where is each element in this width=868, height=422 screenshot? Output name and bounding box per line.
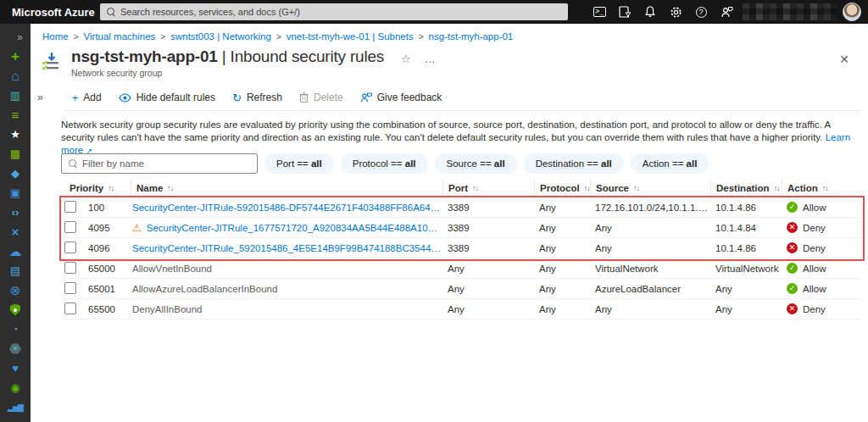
page-header: nsg-tst-myh-app-01 | Inbound security ru… [41, 47, 436, 78]
breadcrumb-nsg[interactable]: nsg-tst-myh-app-01 [429, 31, 514, 42]
api-code-icon[interactable]: ‹› [0, 203, 31, 222]
rule-priority: 4095 [83, 223, 131, 233]
rule-destination: Any [710, 284, 782, 294]
filter-pill-source[interactable]: Source == all [435, 153, 517, 174]
filter-pill-destination[interactable]: Destination == all [524, 153, 624, 174]
more-options-icon[interactable]: … [425, 53, 436, 65]
refresh-button[interactable]: ↻ Refresh [225, 88, 289, 107]
create-resource-icon[interactable]: + [0, 47, 31, 66]
col-action[interactable]: Action↑↓ [782, 179, 860, 197]
metrics-chart-icon[interactable]: ▂▅▇ [0, 397, 31, 417]
rule-destination: 10.1.4.84 [710, 223, 782, 233]
azure-brand[interactable]: Microsoft Azure [12, 6, 95, 19]
row-checkbox[interactable] [64, 303, 76, 314]
kubernetes-hexagon-icon[interactable] [0, 339, 31, 358]
sort-icon: ↑↓ [584, 184, 590, 192]
rule-priority: 65000 [83, 264, 131, 274]
close-blade-icon[interactable]: ✕ [839, 53, 849, 66]
rule-port: 3389 [442, 243, 534, 253]
rule-name-link[interactable]: SecurityCenter-JITRule_1677571720_A92083… [147, 223, 442, 233]
monitor-heart-icon[interactable]: ♥ [0, 358, 31, 378]
row-checkbox[interactable] [64, 282, 76, 294]
allow-check-icon: ✓ [787, 263, 798, 274]
row-checkbox[interactable] [64, 221, 76, 233]
settings-gear-icon[interactable] [663, 0, 688, 24]
row-checkbox[interactable] [64, 242, 76, 253]
app-services-icon[interactable]: ◆ [0, 164, 31, 183]
name-filter-box[interactable] [61, 153, 258, 174]
home-icon[interactable]: ⌂ [0, 66, 31, 86]
breadcrumb-home[interactable]: Home [42, 31, 69, 42]
advisor-gauge-icon[interactable]: ◔ [0, 319, 31, 339]
sql-databases-icon[interactable]: ▤ [0, 261, 31, 280]
rule-port: 3389 [442, 223, 534, 233]
rule-protocol: Any [534, 304, 590, 314]
col-destination[interactable]: Destination↑↓ [710, 179, 782, 197]
filter-pill-protocol[interactable]: Protocol == all [341, 153, 428, 174]
name-filter-input[interactable] [82, 158, 250, 169]
feedback-icon[interactable] [714, 0, 739, 24]
favorite-star-icon[interactable]: ☆ [401, 53, 411, 65]
global-search[interactable] [100, 3, 568, 20]
col-protocol[interactable]: Protocol↑↓ [534, 179, 590, 197]
sort-icon: ↑↓ [633, 184, 639, 192]
breadcrumb-virtual-machines[interactable]: Virtual machines [84, 31, 156, 42]
tools-icon[interactable]: × [0, 222, 31, 242]
cloud-shell-icon[interactable]: >_ [587, 0, 612, 24]
filter-pill-action[interactable]: Action == all [631, 153, 709, 174]
filter-pill-port[interactable]: Port == all [264, 153, 334, 174]
rule-action: ✕Deny [782, 222, 860, 233]
function-apps-icon[interactable]: ▣ [0, 183, 31, 203]
virtual-machines-icon[interactable]: ⊗ [0, 280, 31, 300]
breadcrumb-vnet-subnets[interactable]: vnet-tst-myh-we-01 | Subnets [287, 31, 414, 42]
row-checkbox[interactable] [64, 262, 76, 274]
rule-name-link[interactable]: SecurityCenter-JITRule_592015486_4E5E14B… [132, 243, 442, 253]
table-row: 4096 SecurityCenter-JITRule_592015486_4E… [61, 238, 863, 258]
hide-default-rules-button[interactable]: Hide default rules [112, 88, 222, 107]
favorites-star-icon[interactable]: ★ [0, 125, 31, 144]
account-avatar[interactable] [843, 3, 861, 21]
dashboard-icon[interactable]: ▥ [0, 86, 31, 105]
rule-protocol: Any [534, 284, 590, 294]
defender-shield-icon[interactable] [0, 300, 31, 319]
filter-search-icon [69, 159, 77, 168]
rule-destination: VirtualNetwork [710, 264, 782, 274]
col-source[interactable]: Source↑↓ [590, 179, 710, 197]
resource-groups-icon[interactable]: ▦ [0, 144, 31, 164]
description-text: Network security group security rules ar… [61, 119, 861, 158]
add-button[interactable]: + Add [65, 88, 108, 107]
col-port[interactable]: Port↑↓ [442, 179, 534, 197]
global-search-input[interactable] [120, 7, 561, 17]
table-row: 65001 AllowAzureLoadBalancerInBound Any … [61, 279, 863, 299]
account-info-redacted[interactable] [743, 3, 837, 20]
rule-name-link[interactable]: SecurityCenter-JITRule-592015486-DF5744E… [132, 203, 442, 213]
inbound-rules-icon [41, 51, 63, 73]
cost-management-icon[interactable]: ◉ [0, 378, 31, 397]
give-feedback-button[interactable]: Give feedback [353, 88, 449, 107]
rule-name[interactable]: AllowAzureLoadBalancerInBound [132, 284, 277, 294]
rule-name[interactable]: AllowVnetInBound [132, 264, 212, 274]
azure-top-bar: Microsoft Azure >_ ? [0, 0, 868, 24]
main-content: Home>Virtual machines>swntst003 | Networ… [31, 24, 868, 422]
all-services-icon[interactable]: ≡ [0, 105, 31, 125]
rule-action: ✓Allow [782, 283, 860, 294]
sidebar-expand-icon[interactable]: » [0, 27, 31, 47]
rule-destination: 10.1.4.86 [710, 243, 782, 253]
breadcrumb-vm-networking[interactable]: swntst003 | Networking [170, 31, 271, 42]
rule-name[interactable]: DenyAllInBound [132, 304, 202, 314]
directory-filter-icon[interactable] [612, 0, 637, 24]
col-name[interactable]: Name↑↓ [131, 179, 442, 197]
cloud-services-icon[interactable]: ☁ [0, 242, 31, 261]
delete-button[interactable]: Delete [292, 88, 350, 107]
rule-destination: Any [710, 304, 782, 314]
rule-source: 172.16.101.0/24,10.1.1.128/26 [590, 203, 710, 213]
notifications-bell-icon[interactable] [637, 0, 663, 24]
collapse-menu-icon[interactable]: » [37, 92, 43, 103]
col-priority[interactable]: Priority↑↓ [61, 179, 131, 197]
left-sidebar: » + ⌂ ▥ ≡ ★ ▦ ◆ ▣ ‹› × ☁ ▤ ⊗ ◔ ♥ ◉ ▂▅▇ [0, 24, 31, 422]
rule-protocol: Any [534, 243, 590, 253]
rule-protocol: Any [534, 264, 590, 274]
help-icon[interactable]: ? [688, 0, 714, 24]
row-checkbox[interactable] [64, 201, 76, 213]
rule-priority: 65001 [83, 284, 131, 294]
